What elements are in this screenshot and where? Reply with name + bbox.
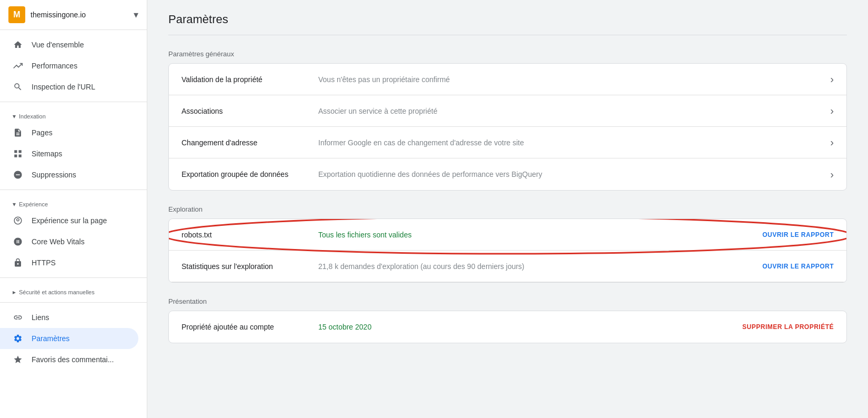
sidebar-item-parametres[interactable]: Paramètres bbox=[0, 328, 138, 349]
page-title: Paramètres bbox=[168, 0, 847, 35]
row-label: Propriété ajoutée au compte bbox=[181, 323, 318, 331]
row-value: Informer Google en cas de changement d'a… bbox=[318, 138, 822, 147]
chevron-down-icon: ▾ bbox=[13, 201, 16, 208]
row-value: Tous les fichiers sont valides bbox=[318, 231, 762, 239]
chevron-right-icon: ▸ bbox=[13, 288, 16, 296]
sidebar-item-core-web-vitals[interactable]: Core Web Vitals bbox=[0, 231, 138, 252]
row-label: Associations bbox=[181, 107, 318, 115]
ouvrir-rapport-button[interactable]: OUVRIR LE RAPPORT bbox=[762, 231, 834, 238]
sidebar-item-https[interactable]: HTTPS bbox=[0, 252, 138, 273]
table-row[interactable]: robots.txt Tous les fichiers sont valide… bbox=[169, 219, 846, 251]
row-label: robots.txt bbox=[181, 231, 318, 239]
gauge-icon bbox=[13, 236, 23, 247]
site-name: themissingone.io bbox=[31, 11, 128, 19]
sidebar: M themissingone.io ▾ Vue d'ensemble Perf… bbox=[0, 0, 147, 418]
table-row[interactable]: Validation de la propriété Vous n'êtes p… bbox=[169, 64, 846, 95]
settings-circle-icon bbox=[13, 215, 23, 226]
star-icon bbox=[13, 354, 23, 365]
row-value: Associer un service à cette propriété bbox=[318, 107, 822, 115]
sidebar-item-favoris[interactable]: Favoris des commentai... bbox=[0, 349, 138, 370]
indexation-section-label: ▾ Indexation bbox=[0, 106, 147, 122]
table-row[interactable]: Statistiques sur l'exploration 21,8 k de… bbox=[169, 251, 846, 282]
row-label: Statistiques sur l'exploration bbox=[181, 262, 318, 271]
home-icon bbox=[13, 39, 23, 50]
grid-icon bbox=[13, 148, 23, 159]
file-icon bbox=[13, 127, 23, 138]
sidebar-item-experience-page[interactable]: Expérience sur la page bbox=[0, 210, 138, 231]
remove-circle-icon bbox=[13, 170, 23, 180]
sidebar-item-vue-ensemble[interactable]: Vue d'ensemble bbox=[0, 34, 138, 55]
table-row[interactable]: Propriété ajoutée au compte 15 octobre 2… bbox=[169, 311, 846, 343]
sidebar-item-suppressions[interactable]: Suppressions bbox=[0, 164, 138, 185]
exploration-title: Exploration bbox=[168, 205, 847, 213]
ouvrir-rapport-statistiques-button[interactable]: OUVRIR LE RAPPORT bbox=[762, 263, 834, 270]
table-row[interactable]: Changement d'adresse Informer Google en … bbox=[169, 127, 846, 158]
sidebar-item-sitemaps[interactable]: Sitemaps bbox=[0, 143, 138, 164]
row-label: Changement d'adresse bbox=[181, 138, 318, 147]
sidebar-item-performances[interactable]: Performances bbox=[0, 55, 138, 76]
table-row[interactable]: Associations Associer un service à cette… bbox=[169, 95, 846, 127]
sidebar-item-inspection-url[interactable]: Inspection de l'URL bbox=[0, 76, 138, 97]
exploration-card: robots.txt Tous les fichiers sont valide… bbox=[168, 218, 847, 283]
sidebar-item-pages[interactable]: Pages bbox=[0, 122, 138, 143]
row-value: 15 octobre 2020 bbox=[318, 323, 742, 331]
sidebar-nav: Vue d'ensemble Performances Inspection d… bbox=[0, 30, 147, 374]
parametres-generaux-title: Paramètres généraux bbox=[168, 50, 847, 58]
chevron-down-icon: ▾ bbox=[13, 113, 16, 120]
presentation-card: Propriété ajoutée au compte 15 octobre 2… bbox=[168, 311, 847, 343]
row-label: Exportation groupée de données bbox=[181, 170, 318, 178]
securite-section-label[interactable]: ▸ Sécurité et actions manuelles bbox=[0, 282, 147, 298]
search-icon bbox=[13, 82, 23, 92]
row-value: Vous n'êtes pas un propriétaire confirmé bbox=[318, 75, 822, 84]
site-logo: M bbox=[8, 6, 25, 23]
presentation-title: Présentation bbox=[168, 297, 847, 305]
site-selector[interactable]: M themissingone.io ▾ bbox=[0, 0, 147, 30]
row-value: 21,8 k demandes d'exploration (au cours … bbox=[318, 262, 762, 271]
chevron-right-icon[interactable]: › bbox=[830, 168, 834, 181]
chevron-right-icon[interactable]: › bbox=[830, 105, 834, 117]
link-icon bbox=[13, 312, 23, 323]
table-row[interactable]: Exportation groupée de données Exportati… bbox=[169, 158, 846, 190]
row-label: Validation de la propriété bbox=[181, 75, 318, 84]
trending-up-icon bbox=[13, 61, 23, 71]
parametres-generaux-card: Validation de la propriété Vous n'êtes p… bbox=[168, 63, 847, 191]
chevron-down-icon: ▾ bbox=[134, 9, 138, 21]
lock-icon bbox=[13, 257, 23, 268]
chevron-right-icon[interactable]: › bbox=[830, 136, 834, 148]
main-content: Paramètres Paramètres généraux Validatio… bbox=[147, 0, 868, 418]
row-value: Exportation quotidienne des données de p… bbox=[318, 170, 822, 178]
gear-icon bbox=[13, 333, 23, 344]
supprimer-propriete-button[interactable]: SUPPRIMER LA PROPRIÉTÉ bbox=[742, 323, 834, 331]
sidebar-item-liens[interactable]: Liens bbox=[0, 307, 138, 328]
chevron-right-icon[interactable]: › bbox=[830, 73, 834, 85]
experience-section-label: ▾ Expérience bbox=[0, 194, 147, 210]
